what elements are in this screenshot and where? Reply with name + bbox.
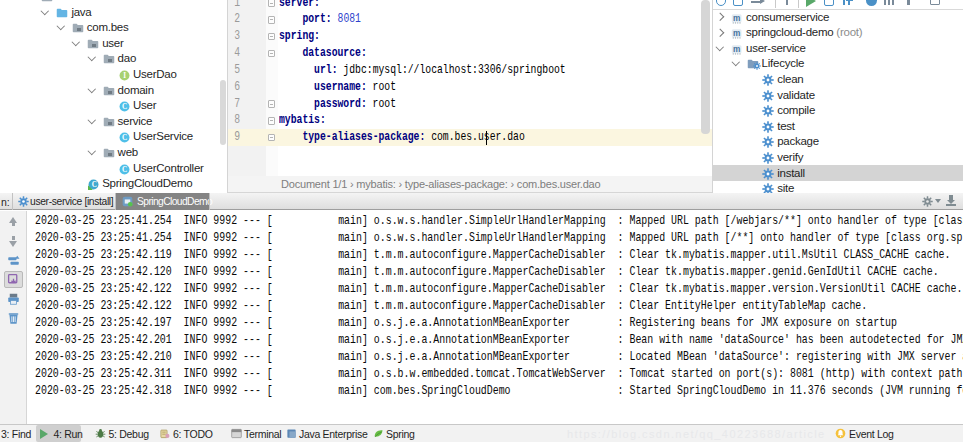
- svg-text:I: I: [123, 72, 126, 80]
- svg-text:C: C: [122, 135, 127, 143]
- svg-text:C: C: [122, 103, 127, 111]
- svg-text:C: C: [92, 181, 97, 189]
- svg-text:C: C: [122, 166, 127, 174]
